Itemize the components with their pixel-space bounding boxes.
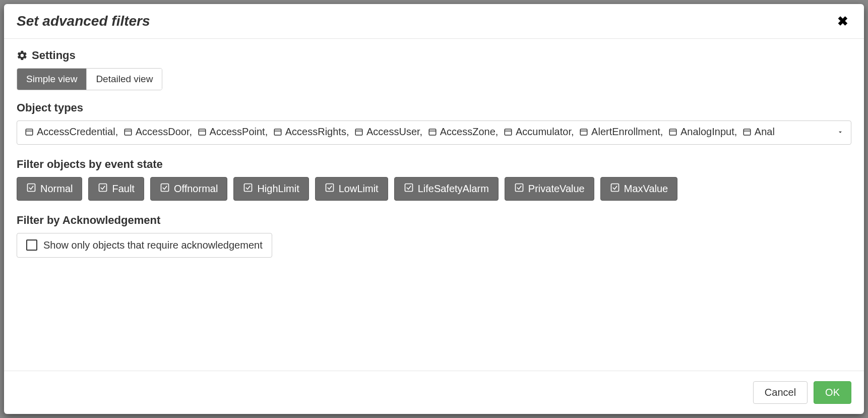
event-state-label: LifeSafetyAlarm: [418, 183, 489, 195]
object-type-label: AlertEnrollment,: [591, 126, 663, 138]
object-types-select[interactable]: AccessCredential, AccessDoor, AccessPoin…: [17, 121, 851, 145]
acknowledgement-checkbox[interactable]: Show only objects that require acknowled…: [17, 233, 272, 258]
ok-button[interactable]: OK: [814, 381, 851, 404]
object-type-icon: [24, 128, 34, 137]
svg-rect-0: [26, 129, 33, 135]
dialog-title: Set advanced filters: [17, 13, 150, 29]
object-types-label: Object types: [17, 101, 851, 114]
event-state-label: Normal: [40, 183, 73, 195]
object-type-label: AccessUser,: [366, 126, 422, 138]
event-state-label: Offnormal: [174, 183, 218, 195]
event-state-label: MaxValue: [624, 183, 668, 195]
event-state-highlimit[interactable]: HighLimit: [233, 177, 308, 201]
object-type-label: AccessZone,: [440, 126, 499, 138]
settings-label: Settings: [32, 49, 76, 62]
checked-box-icon: [160, 183, 170, 195]
object-type-label: AccessCredential,: [37, 126, 118, 138]
svg-rect-6: [274, 129, 281, 135]
object-type-item: AccessDoor,: [123, 126, 192, 138]
object-type-item: AccessZone,: [427, 126, 499, 138]
svg-rect-20: [28, 184, 35, 191]
object-type-item: AlertEnrollment,: [579, 126, 663, 138]
checkbox-icon: [26, 240, 37, 251]
svg-rect-4: [199, 129, 206, 135]
svg-rect-2: [125, 129, 132, 135]
event-state-row: NormalFaultOffnormalHighLimitLowLimitLif…: [17, 177, 851, 201]
object-type-icon: [503, 128, 513, 137]
event-state-maxvalue[interactable]: MaxValue: [600, 177, 677, 201]
object-type-icon: [354, 128, 364, 137]
svg-rect-22: [161, 184, 168, 191]
dialog-header: Set advanced filters ✖: [4, 4, 864, 39]
checked-box-icon: [514, 183, 524, 195]
checked-box-icon: [610, 183, 620, 195]
svg-rect-21: [99, 184, 107, 191]
gear-icon: [17, 50, 28, 61]
svg-rect-24: [326, 184, 333, 191]
object-type-icon: [742, 128, 752, 137]
close-icon[interactable]: ✖: [834, 15, 851, 28]
event-state-lowlimit[interactable]: LowLimit: [315, 177, 388, 201]
event-state-offnormal[interactable]: Offnormal: [150, 177, 227, 201]
chevron-down-icon: [832, 127, 844, 138]
object-type-icon: [427, 128, 438, 137]
event-state-lifesafetyalarm[interactable]: LifeSafetyAlarm: [394, 177, 499, 201]
settings-heading: Settings: [17, 49, 851, 62]
svg-rect-16: [669, 129, 676, 135]
object-type-item: AccessPoint,: [197, 126, 268, 138]
svg-rect-26: [515, 184, 523, 191]
object-type-icon: [273, 128, 283, 137]
checked-box-icon: [325, 183, 335, 195]
view-toggle: Simple view Detailed view: [17, 68, 162, 90]
svg-rect-10: [429, 129, 436, 135]
svg-rect-12: [505, 129, 512, 135]
svg-rect-25: [405, 184, 412, 191]
svg-rect-23: [244, 184, 252, 191]
advanced-filters-dialog: Set advanced filters ✖ Settings Simple v…: [4, 4, 864, 414]
object-type-label: AnalogInput,: [680, 126, 737, 138]
detailed-view-button[interactable]: Detailed view: [87, 69, 162, 90]
svg-rect-27: [611, 184, 618, 191]
object-type-item: Accumulator,: [503, 126, 574, 138]
object-type-item: AccessRights,: [273, 126, 349, 138]
object-type-icon: [197, 128, 207, 137]
object-type-label: AccessRights,: [285, 126, 349, 138]
dialog-footer: Cancel OK: [4, 371, 864, 414]
svg-rect-14: [580, 129, 587, 135]
checked-box-icon: [404, 183, 414, 195]
cancel-button[interactable]: Cancel: [753, 381, 808, 404]
checked-box-icon: [98, 183, 108, 195]
event-state-label: HighLimit: [257, 183, 299, 195]
object-type-label: Accumulator,: [516, 126, 574, 138]
event-state-fault[interactable]: Fault: [88, 177, 144, 201]
object-type-icon: [579, 128, 589, 137]
event-state-normal[interactable]: Normal: [17, 177, 82, 201]
object-type-item: Anal: [742, 126, 775, 138]
svg-rect-8: [355, 129, 362, 135]
acknowledgement-checkbox-label: Show only objects that require acknowled…: [43, 240, 263, 251]
event-state-label: Fault: [112, 183, 134, 195]
acknowledgement-label: Filter by Acknowledgement: [17, 214, 851, 227]
svg-rect-18: [743, 129, 751, 135]
object-type-item: AnalogInput,: [668, 126, 737, 138]
dialog-body: Settings Simple view Detailed view Objec…: [4, 39, 864, 371]
object-type-label: AccessDoor,: [136, 126, 192, 138]
checked-box-icon: [243, 183, 253, 195]
object-type-label: AccessPoint,: [210, 126, 268, 138]
object-type-label: Anal: [755, 126, 775, 138]
event-state-label: Filter objects by event state: [17, 158, 851, 171]
event-state-label: PrivateValue: [528, 183, 585, 195]
event-state-privatevalue[interactable]: PrivateValue: [505, 177, 594, 201]
object-type-item: AccessCredential,: [24, 126, 118, 138]
object-type-icon: [668, 128, 678, 137]
checked-box-icon: [26, 183, 36, 195]
simple-view-button[interactable]: Simple view: [17, 69, 87, 90]
event-state-label: LowLimit: [339, 183, 379, 195]
object-type-icon: [123, 128, 133, 137]
object-type-item: AccessUser,: [354, 126, 422, 138]
